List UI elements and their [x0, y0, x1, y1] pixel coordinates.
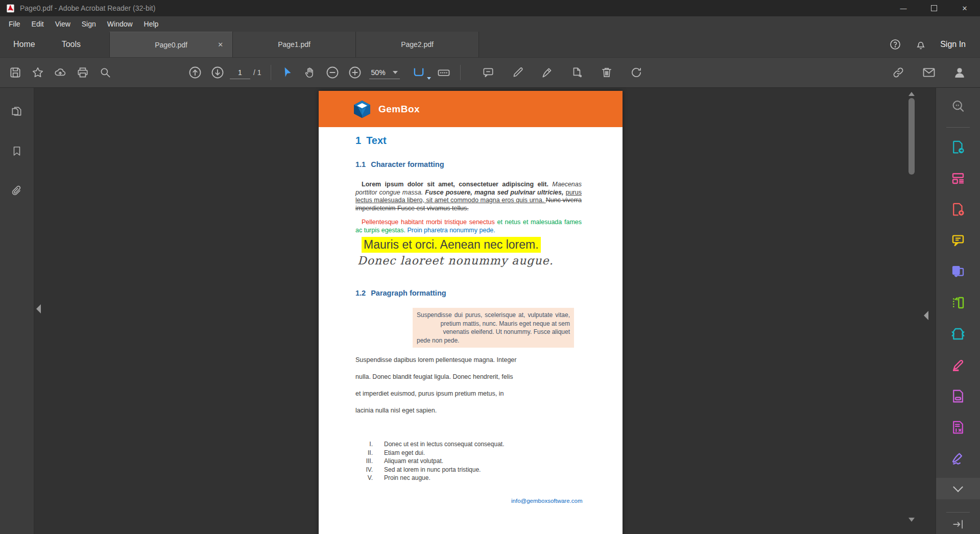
scroll-up-icon[interactable]: [909, 92, 915, 96]
zoom-level-select[interactable]: 50%: [369, 66, 400, 79]
menu-file[interactable]: File: [3, 16, 26, 32]
pdf-page[interactable]: GemBox 1Text 1.1Character formatting Lor…: [319, 91, 623, 534]
share-cloud-button[interactable]: [49, 61, 71, 84]
print-button[interactable]: [71, 61, 94, 84]
menu-sign[interactable]: Sign: [76, 16, 102, 32]
compress-pdf-tool[interactable]: [947, 323, 969, 345]
star-icon: [31, 66, 44, 79]
link-icon: [892, 66, 905, 79]
panel-bottom: [936, 512, 980, 531]
stamp-button[interactable]: [566, 61, 588, 84]
maximize-button[interactable]: [919, 0, 949, 16]
doc-tab-page1[interactable]: Page1.pdf: [232, 32, 355, 57]
document-scrollbar[interactable]: [906, 90, 917, 534]
export-pdf-tool[interactable]: [947, 136, 969, 158]
open-pane-icon[interactable]: [951, 518, 965, 531]
fill-sign-tool[interactable]: [947, 447, 969, 470]
title-bar: Page0.pdf - Adobe Acrobat Reader (32-bit…: [0, 0, 980, 16]
bookmark-icon: [11, 145, 23, 157]
create-pdf-tool[interactable]: [947, 198, 969, 221]
list-item-numeral: V.: [355, 474, 373, 482]
text-segment: Proin pharetra nonummy pede.: [407, 227, 495, 234]
sign-in-button[interactable]: Sign In: [940, 40, 966, 49]
fit-width-button[interactable]: [410, 61, 433, 84]
refresh-icon: [630, 66, 643, 79]
comment-tool[interactable]: [947, 229, 969, 252]
bell-icon[interactable]: [915, 38, 927, 51]
combine-files-icon: [950, 264, 966, 279]
edit-pdf-tool[interactable]: [947, 167, 969, 189]
collapse-right-pane-icon[interactable]: [924, 311, 928, 320]
heading-number: 1.2: [355, 289, 366, 297]
minimize-button[interactable]: —: [888, 0, 919, 16]
prepare-form-tool[interactable]: [947, 416, 969, 439]
page-number-input[interactable]: 1: [230, 66, 250, 79]
menu-view[interactable]: View: [50, 16, 76, 32]
star-button[interactable]: [27, 61, 49, 84]
menu-help[interactable]: Help: [138, 16, 164, 32]
person-icon: [952, 65, 967, 80]
hand-tool-button[interactable]: [299, 61, 321, 84]
doc-tab-label: Page0.pdf: [155, 41, 187, 49]
heading-text: Character formatting: [371, 160, 444, 168]
account-button[interactable]: [948, 61, 971, 84]
text-line: Suspendisse dui purus, scelerisque at, v…: [417, 311, 570, 320]
scroll-down-icon[interactable]: [909, 518, 915, 522]
text-line: pretium mattis, nunc. Mauris eget neque …: [417, 320, 570, 328]
zoom-out-button[interactable]: [321, 61, 344, 84]
scrollbar-thumb[interactable]: [909, 98, 915, 175]
highlighted-line: Mauris et orci. Aenean nec lorem.: [362, 237, 541, 253]
double-spaced-paragraph: Suspendisse dapibus lorem pellentesque m…: [355, 356, 590, 424]
toolbar-separator: [271, 65, 271, 80]
script-line: Donec laoreet nonummy augue.: [357, 254, 554, 267]
save-button[interactable]: [4, 61, 27, 84]
list-item-numeral: II.: [355, 449, 373, 457]
envelope-icon: [922, 65, 936, 80]
select-tool-button[interactable]: [276, 61, 299, 84]
find-button[interactable]: [94, 61, 116, 84]
page-thumbnails-button[interactable]: [7, 101, 27, 122]
zoom-level-value: 50%: [371, 68, 386, 77]
text-segment: Fusce posuere, magna sed pulvinar ultric…: [425, 189, 565, 196]
collapse-left-pane-icon[interactable]: [36, 304, 41, 313]
footer-email-link[interactable]: info@gemboxsoftware.com: [511, 498, 583, 504]
more-tools-button[interactable]: [936, 478, 980, 499]
delete-button[interactable]: [595, 61, 618, 84]
next-page-button[interactable]: [206, 61, 229, 84]
list-item-text: Etiam eget dui.: [384, 449, 425, 457]
menu-edit[interactable]: Edit: [26, 16, 50, 32]
combine-files-tool[interactable]: [947, 260, 969, 283]
tab-home[interactable]: Home: [0, 32, 49, 57]
bookmarks-button[interactable]: [7, 141, 27, 161]
close-tab-icon[interactable]: ✕: [218, 41, 223, 48]
highlight-button[interactable]: [507, 61, 529, 84]
tab-tools[interactable]: Tools: [49, 32, 94, 57]
protect-tool[interactable]: [947, 385, 969, 407]
text-segment: Pellentesque habitant morbi tristique se…: [362, 219, 497, 226]
refresh-button[interactable]: [625, 61, 648, 84]
email-button[interactable]: [918, 61, 940, 84]
link-button[interactable]: [887, 61, 910, 84]
redact-tool[interactable]: [947, 354, 969, 376]
doc-tab-page2[interactable]: Page2.pdf: [355, 32, 479, 57]
document-tabs: Page0.pdf ✕ Page1.pdf Page2.pdf: [109, 32, 479, 57]
list-item: II.Etiam eget dui.: [355, 449, 504, 457]
read-mode-button[interactable]: [433, 61, 455, 84]
previous-page-button[interactable]: [184, 61, 206, 84]
help-icon[interactable]: [889, 38, 901, 51]
comment-button[interactable]: [477, 61, 499, 84]
compress-pdf-icon: [950, 326, 966, 342]
toolbar-separator: [460, 65, 461, 80]
close-button[interactable]: ✕: [949, 0, 980, 16]
page-header-band: GemBox: [319, 91, 623, 127]
organize-pages-tool[interactable]: [947, 292, 969, 314]
zoom-in-button[interactable]: [344, 61, 366, 84]
attachments-button[interactable]: [7, 181, 27, 201]
search-zoom-tool[interactable]: [947, 95, 969, 117]
fit-width-icon: [412, 65, 426, 80]
ink-pen-icon: [541, 66, 554, 79]
menu-window[interactable]: Window: [102, 16, 138, 32]
doc-tab-page0[interactable]: Page0.pdf ✕: [109, 32, 232, 57]
draw-button[interactable]: [536, 61, 559, 84]
toolbar-right: [887, 61, 980, 84]
